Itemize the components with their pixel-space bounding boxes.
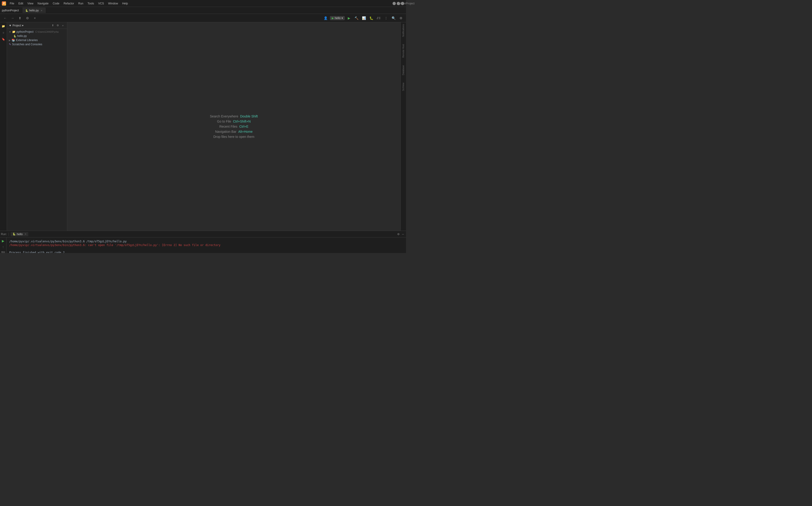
bottom-panel: Run: 🐍 hello ✕ ⚙ ─ ▶ ↑ ⬛ ↓ ⚙ ✦ 🗑 /home/p…	[0, 231, 406, 253]
menu-refactor[interactable]: Refactor	[62, 1, 76, 6]
tree-collapse-all[interactable]: ⬆	[50, 23, 55, 28]
run-sidebar: ▶ ↑ ⬛ ↓ ⚙ ✦ 🗑	[0, 238, 6, 253]
tree-item-root[interactable]: ▼ 📁 pythonProject C:\Users\13440\Pycha	[7, 30, 67, 34]
menu-code[interactable]: Code	[51, 1, 61, 6]
notifications-panel-label[interactable]: Notifications	[402, 23, 405, 37]
run-tab-hello[interactable]: 🐍 hello ✕	[11, 232, 28, 236]
rerun-button[interactable]: ▶	[1, 238, 6, 244]
run-tab-name: hello	[17, 233, 22, 236]
toolbar-close-panel[interactable]: ×	[31, 15, 38, 21]
menu-file[interactable]: File	[8, 1, 16, 6]
recent-files-key: Ctrl+E	[239, 124, 248, 129]
goto-file-key: Ctrl+Shift+N	[233, 119, 250, 123]
goto-file-label: Go to File	[217, 119, 231, 123]
run-output: /home/pyvip/.virtualenvs/py3env/bin/pyth…	[6, 238, 406, 253]
menu-view[interactable]: View	[25, 1, 35, 6]
output-line-2	[9, 247, 403, 250]
navigation-bar-key: Alt+Home	[238, 130, 252, 134]
search-everywhere-label: Search Everywhere	[210, 114, 238, 118]
minimize-button[interactable]	[393, 2, 396, 5]
close-tab-icon[interactable]: ✕	[40, 9, 42, 12]
tree-settings[interactable]: ⚙	[56, 23, 60, 28]
run-tab-icon: 🐍	[12, 233, 16, 236]
menu-navigate[interactable]: Navigate	[36, 1, 50, 6]
python-file-icon: 🐍	[13, 35, 16, 37]
toolbar-right: 👤 ▶ hello ▾ ▶ 🔨 📊 🐛 ⛙ ⋮ 🔍 ⚙	[322, 15, 404, 21]
scratches-label: Scratches and Consoles	[12, 43, 42, 46]
run-button[interactable]: ▶	[346, 15, 352, 21]
more-actions[interactable]: ⋮	[383, 15, 389, 21]
run-settings-button[interactable]: ⚙	[396, 232, 400, 236]
external-libs-icon: 📚	[12, 38, 15, 42]
run-config-dropdown-icon: ▾	[341, 16, 343, 20]
output-line-3: Process finished with exit code 2	[9, 251, 403, 253]
toolbar: ← → ⬆ ⚙ × 👤 ▶ hello ▾ ▶ 🔨 📊 🐛 ⛙ ⋮ 🔍 ⚙	[0, 14, 406, 22]
tree-header-dropdown-icon[interactable]: ▼	[9, 24, 12, 27]
search-everywhere-button[interactable]: 🔍	[390, 15, 397, 21]
menu-run[interactable]: Run	[76, 1, 85, 6]
root-folder-icon: 📁	[12, 30, 15, 33]
profile-button[interactable]: 👤	[322, 15, 329, 21]
menu-edit[interactable]: Edit	[16, 1, 25, 6]
toolbar-back-button[interactable]: ←	[2, 15, 8, 21]
debug-button[interactable]: 🐛	[368, 15, 375, 21]
bookmarks-panel-icon[interactable]: 🔖	[0, 36, 6, 42]
hint-recent-files: Recent Files Ctrl+E	[210, 124, 258, 129]
menu-help[interactable]: Help	[120, 1, 130, 6]
tree-close[interactable]: ×	[61, 23, 65, 28]
editor-hints: Search Everywhere Double Shift Go to Fil…	[210, 113, 258, 140]
navigation-bar-label: Navigation Bar	[215, 130, 236, 134]
run-tab-bar: Run: 🐍 hello ✕ ⚙ ─	[0, 231, 406, 238]
tree-item-external-libs[interactable]: ▶ 📚 External Libraries	[7, 38, 67, 42]
tree-header: ▼ Project ▾ ⬆ ⚙ ×	[7, 22, 67, 29]
tree-header-title: ▼ Project ▾	[9, 24, 23, 27]
file-tab-hello[interactable]: 🐍 hello.py ✕	[22, 8, 45, 13]
output-line-1: /home/pyvip/.virtualenvs/py3env/bin/pyth…	[9, 244, 403, 247]
hint-drop-files: Drop files here to open them	[210, 135, 258, 139]
toolbar-collapse-all[interactable]: ⬆	[17, 15, 23, 21]
run-tab-close-icon[interactable]: ✕	[25, 233, 26, 235]
main-layout: 📁 ≡ 🔖 ▼ Project ▾ ⬆ ⚙ × ▼ 📁 pythonProjec…	[0, 22, 406, 231]
title-bar-left: P File Edit View Navigate Code Refactor …	[2, 1, 130, 6]
tree-item-scratches[interactable]: ✎ Scratches and Consoles	[7, 42, 67, 47]
output-line-0: /home/pyvip/.virtualenvs/py3env/bin/pyth…	[9, 240, 403, 243]
toolbar-settings[interactable]: ⚙	[24, 15, 31, 21]
window-title: pythonProject	[397, 2, 406, 5]
scroll-up-button[interactable]: ↑	[1, 244, 6, 250]
remote-host-panel-label[interactable]: Remote Host	[402, 43, 405, 59]
tree-header-chevron[interactable]: ▾	[22, 24, 23, 27]
tree-header-actions: ⬆ ⚙ ×	[50, 23, 65, 28]
drop-files-label: Drop files here to open them	[213, 135, 255, 139]
tree-item-hello-py[interactable]: 🐍 hello.py	[7, 34, 67, 38]
toolbar-forward-button[interactable]: →	[9, 15, 16, 21]
project-panel-icon[interactable]: 📁	[0, 23, 6, 29]
run-content: ▶ ↑ ⬛ ↓ ⚙ ✦ 🗑 /home/pyvip/.virtualenvs/p…	[0, 238, 406, 253]
right-panels: Notifications Remote Host Database SciVi…	[400, 22, 406, 231]
hint-search-everywhere: Search Everywhere Double Shift	[210, 114, 258, 118]
left-icon-panel: 📁 ≡ 🔖	[0, 22, 7, 231]
run-config-name: hello	[335, 16, 340, 20]
editor-area: Search Everywhere Double Shift Go to Fil…	[67, 22, 400, 231]
menu-window[interactable]: Window	[106, 1, 120, 6]
run-with-coverage[interactable]: ⛙	[375, 15, 382, 21]
menu-tools[interactable]: Tools	[86, 1, 96, 6]
database-panel-label[interactable]: Database	[402, 64, 405, 76]
stop-button[interactable]: ⬛	[1, 250, 6, 253]
file-name-hello: hello.py	[17, 34, 27, 37]
project-tree: ▼ Project ▾ ⬆ ⚙ × ▼ 📁 pythonProject C:\U…	[7, 22, 67, 231]
root-project-name: pythonProject	[16, 30, 33, 33]
build-button[interactable]: 🔨	[353, 15, 360, 21]
run-config-selector[interactable]: ▶ hello ▾	[330, 16, 345, 20]
settings-button[interactable]: ⚙	[398, 15, 404, 21]
coverage-button[interactable]: 📊	[361, 15, 367, 21]
project-name-label: pythonProject	[2, 9, 19, 12]
structure-panel-icon[interactable]: ≡	[0, 30, 6, 36]
root-arrow-icon: ▼	[9, 31, 11, 33]
toolbar-left: ← → ⬆ ⚙ ×	[2, 15, 38, 21]
run-close-button[interactable]: ─	[401, 232, 405, 236]
tree-content: ▼ 📁 pythonProject C:\Users\13440\Pycha 🐍…	[7, 29, 67, 231]
sciview-panel-label[interactable]: SciView	[402, 82, 405, 92]
python-file-icon: 🐍	[25, 9, 28, 12]
external-libs-arrow: ▶	[9, 39, 11, 41]
menu-vcs[interactable]: VCS	[96, 1, 106, 6]
